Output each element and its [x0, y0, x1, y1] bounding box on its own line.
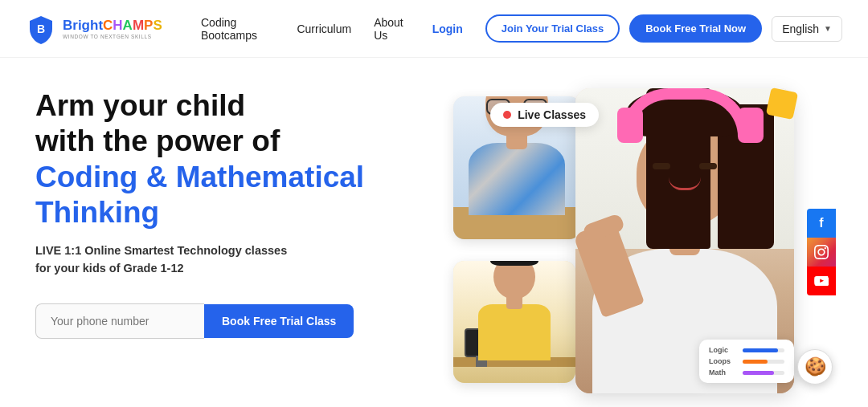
hero-headline-line2: with the power of — [35, 124, 280, 157]
join-trial-class-button[interactable]: Join Your Trial Class — [485, 14, 620, 43]
nav-link-coding-bootcamps[interactable]: Coding Bootcamps — [201, 16, 274, 42]
curriculum-card: Logic Loops Math — [699, 340, 794, 383]
hero-left: Arm your child with the power of Coding … — [35, 88, 445, 407]
hero-headline-blue: Coding & Mathematical Thinking — [35, 160, 445, 230]
hero-headline: Arm your child with the power of — [35, 88, 445, 158]
chevron-down-icon: ▼ — [824, 24, 832, 33]
social-sidebar: f — [807, 209, 836, 295]
svg-text:B: B — [37, 22, 45, 35]
chat-cookie-button[interactable]: 🍪 — [797, 349, 833, 385]
curriculum-row-logic: Logic — [709, 346, 784, 354]
hero-right: Live Classes — [445, 88, 836, 407]
curriculum-row-loops: Loops — [709, 357, 784, 365]
phone-cta-row: Book Free Trial Class — [35, 303, 445, 339]
language-label: English — [782, 22, 819, 35]
photo-girl-computer — [453, 261, 575, 383]
nav-links: Coding Bootcamps Curriculum About Us Log… — [201, 16, 463, 42]
navbar: B BrightCHAMPS WINDOW TO NEXTGEN SKILLS … — [0, 0, 868, 58]
facebook-button[interactable]: f — [807, 209, 836, 238]
youtube-button[interactable] — [807, 267, 836, 295]
nav-link-about-us[interactable]: About Us — [374, 16, 410, 42]
instagram-button[interactable] — [807, 238, 836, 267]
phone-input[interactable] — [35, 303, 204, 339]
curriculum-row-math: Math — [709, 368, 784, 376]
live-classes-badge: Live Classes — [490, 103, 599, 127]
logo-shield-icon: B — [26, 14, 56, 44]
nav-link-curriculum[interactable]: Curriculum — [297, 22, 351, 35]
book-free-trial-button[interactable]: Book Free Trial Now — [629, 14, 762, 43]
hero-section: Arm your child with the power of Coding … — [0, 58, 868, 407]
book-class-button[interactable]: Book Free Trial Class — [204, 304, 354, 338]
hero-subtext: LIVE 1:1 Online Smartest Technology clas… — [35, 242, 445, 278]
language-selector[interactable]: English ▼ — [772, 16, 842, 42]
hero-subtext-line1: LIVE 1:1 Online Smartest Technology clas… — [35, 244, 287, 257]
live-classes-label: Live Classes — [518, 108, 586, 121]
yellow-accent — [766, 88, 798, 120]
nav-link-login[interactable]: Login — [432, 22, 463, 35]
hero-headline-line1: Arm your child — [35, 89, 245, 122]
hero-subtext-line2: for your kids of Grade 1-12 — [35, 262, 184, 275]
logo-text: BrightCHAMPS — [63, 18, 162, 34]
logo[interactable]: B BrightCHAMPS WINDOW TO NEXTGEN SKILLS — [26, 14, 178, 44]
logo-tagline: WINDOW TO NEXTGEN SKILLS — [63, 34, 162, 39]
live-dot — [503, 111, 511, 119]
nav-right: Join Your Trial Class Book Free Trial No… — [485, 14, 842, 43]
